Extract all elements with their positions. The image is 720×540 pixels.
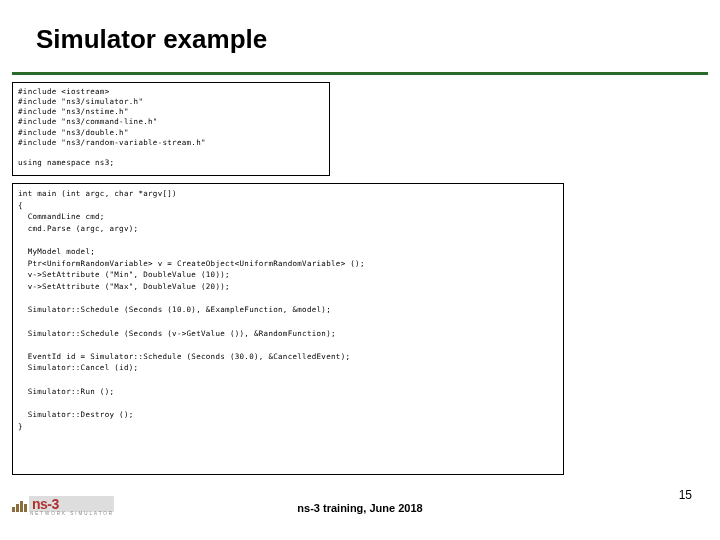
code-main: int main (int argc, char *argv[]) { Comm… xyxy=(12,183,564,475)
page-number: 15 xyxy=(679,488,692,502)
code-includes: #include <iostream> #include "ns3/simula… xyxy=(12,82,330,176)
logo-bars-icon xyxy=(12,501,27,512)
logo-subtext: NETWORK SIMULATOR xyxy=(30,511,114,516)
ns3-logo: ns-3 NETWORK SIMULATOR xyxy=(12,496,114,516)
slide-title: Simulator example xyxy=(36,24,267,55)
title-rule xyxy=(12,72,708,75)
footer-text: ns-3 training, June 2018 xyxy=(297,502,422,514)
logo-text: ns-3 xyxy=(29,496,114,512)
